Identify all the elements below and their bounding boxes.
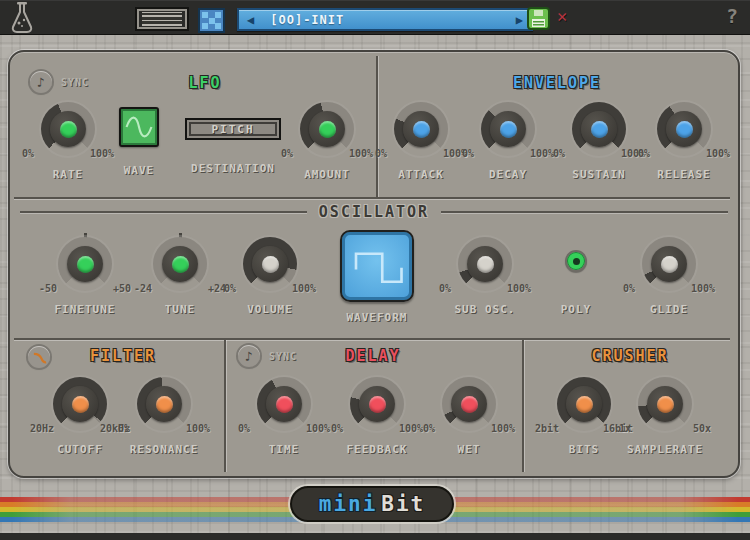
titlebar: ◀ [OO]-INIT ▶ ✕ ? (0, 0, 750, 35)
feedback-label: FEEDBACK (347, 443, 408, 456)
scale-min: 0% (638, 148, 650, 161)
sine-wave-icon (123, 111, 155, 143)
note-icon[interactable]: ♪ (30, 71, 52, 93)
sustain-label: SUSTAIN (572, 168, 625, 181)
oscillator-waveform-control: WAVEFORM (325, 230, 429, 324)
row-divider (14, 197, 730, 199)
scale-min: 0% (238, 423, 250, 436)
wave-selector[interactable] (119, 107, 159, 147)
waveform-selector[interactable] (340, 230, 414, 302)
samplerate-label: SAMPLERATE (627, 443, 703, 456)
delay-sync-toggle[interactable]: ♪ SYNC (238, 345, 297, 367)
preset-selector[interactable]: ◀ [OO]-INIT ▶ (237, 8, 533, 31)
save-preset-button[interactable] (527, 7, 550, 34)
crusher-section-title: CRUSHER (522, 347, 738, 365)
wave-label: WAVE (124, 164, 155, 177)
scale-min: -24 (134, 283, 152, 296)
oscillator-section-title: OSCILLATOR (319, 203, 429, 221)
wet-label: WET (458, 443, 481, 456)
logo-mini-text: mini (319, 492, 378, 516)
scale-min: 20Hz (30, 423, 54, 436)
resonance-knob[interactable] (137, 377, 191, 431)
sustain-knob[interactable] (572, 102, 626, 156)
oscillator-subosc-control: 0%100% SUB OSC. (433, 237, 537, 316)
bottom-bar (0, 533, 750, 540)
random-preset-button[interactable] (198, 8, 225, 33)
next-preset-arrow-icon[interactable]: ▶ (516, 14, 523, 26)
led-dot (573, 258, 580, 265)
filter-section-title: FILTER (22, 347, 224, 365)
destination-button[interactable]: PITCH (185, 118, 281, 140)
decay-label: DECAY (489, 168, 527, 181)
minibit-plugin-window: ◀ [OO]-INIT ▶ ✕ ? LFO ENVELOPE (0, 0, 750, 540)
lfo-section-title: LFO (40, 74, 370, 92)
cutoff-knob[interactable] (53, 377, 107, 431)
delay-wet-control: 0%100% WET (417, 377, 521, 456)
scale-min: 0% (439, 283, 451, 296)
amount-label: AMOUNT (304, 168, 350, 181)
scale-min: 0% (22, 148, 34, 161)
scale-min: 0% (423, 423, 435, 436)
finetune-label: FINETUNE (55, 303, 116, 316)
attack-knob[interactable] (394, 102, 448, 156)
wet-knob[interactable] (442, 377, 496, 431)
filter-slope-icon[interactable] (28, 346, 50, 368)
bits-knob[interactable] (557, 377, 611, 431)
resonance-label: RESONANCE (130, 443, 199, 456)
note-icon[interactable]: ♪ (238, 345, 260, 367)
scale-min: 0% (375, 148, 387, 161)
scale-min: 0% (224, 283, 236, 296)
amount-knob[interactable] (300, 102, 354, 156)
decay-knob[interactable] (481, 102, 535, 156)
finetune-knob[interactable] (58, 237, 112, 291)
scale-min: -50 (39, 283, 57, 296)
envelope-decay-control: 0%100% DECAY (456, 102, 560, 181)
prev-preset-arrow-icon[interactable]: ◀ (247, 14, 254, 26)
lfo-sync-label: SYNC (61, 77, 89, 88)
rate-label: RATE (53, 168, 84, 181)
feedback-knob[interactable] (350, 377, 404, 431)
oscillator-tune-control: -24+24 TUNE (128, 237, 232, 316)
help-button[interactable]: ? (726, 6, 738, 26)
scale-min: 1x (619, 423, 631, 436)
filter-resonance-control: 0%100% RESONANCE (112, 377, 216, 456)
envelope-release-control: 0%100% RELEASE (632, 102, 736, 181)
scale-min: 0% (118, 423, 130, 436)
poly-led-button[interactable] (565, 250, 587, 272)
oscillator-glide-control: 0%100% GLIDE (617, 237, 721, 316)
sub-osc-label: SUB OSC. (455, 303, 516, 316)
row-divider (14, 338, 730, 340)
scale-min: 2bit (535, 423, 559, 436)
logo-bit-text: Bit (381, 492, 425, 516)
cutoff-label: CUTOFF (57, 443, 103, 456)
oscillator-poly-control: POLY (524, 237, 628, 316)
delay-sync-label: SYNC (269, 351, 297, 362)
scale-min: 0% (553, 148, 565, 161)
volume-knob[interactable] (243, 237, 297, 291)
glide-label: GLIDE (650, 303, 688, 316)
glide-knob[interactable] (642, 237, 696, 291)
release-label: RELEASE (657, 168, 710, 181)
release-knob[interactable] (657, 102, 711, 156)
preset-menu-button[interactable] (137, 9, 187, 29)
time-knob[interactable] (257, 377, 311, 431)
delete-preset-button[interactable]: ✕ (557, 8, 567, 25)
destination-label: DESTINATION (191, 162, 275, 175)
volume-label: VOLUME (247, 303, 293, 316)
main-panel: LFO ENVELOPE OSCILLATOR FILTER DELAY CRU… (8, 50, 740, 478)
oscillator-volume-control: 0%100% VOLUME (218, 237, 322, 316)
lfo-sync-toggle[interactable]: ♪ SYNC (30, 71, 89, 93)
crusher-samplerate-control: 1x50x SAMPLERATE (613, 377, 717, 456)
sub-osc-knob[interactable] (458, 237, 512, 291)
scale-min: 0% (281, 148, 293, 161)
tune-knob[interactable] (153, 237, 207, 291)
minibit-logo: mini Bit (290, 486, 454, 522)
square-wave-icon (349, 239, 405, 293)
envelope-section-title: ENVELOPE (377, 74, 737, 92)
samplerate-knob[interactable] (638, 377, 692, 431)
preset-name: [OO]-INIT (270, 13, 344, 27)
scale-min: 0% (331, 423, 343, 436)
delay-time-control: 0%100% TIME (232, 377, 336, 456)
floppy-disk-icon (527, 7, 550, 30)
scale-min: 0% (623, 283, 635, 296)
